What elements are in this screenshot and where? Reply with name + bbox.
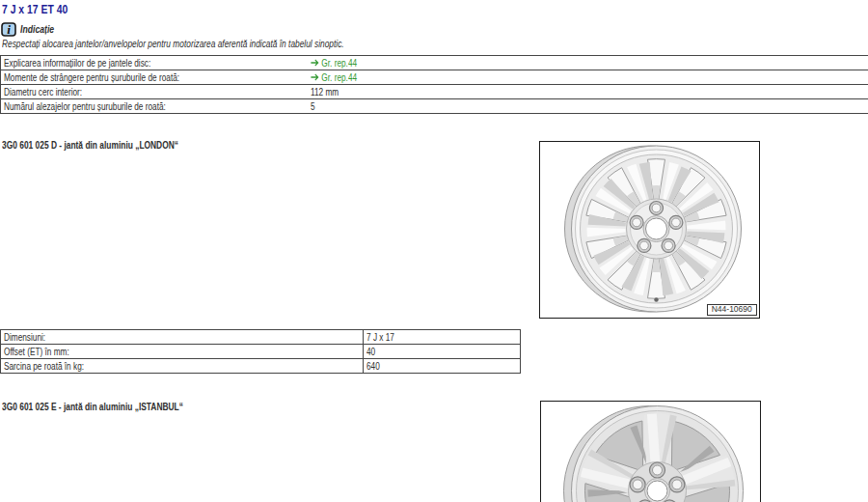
svg-text:i: i [7,22,11,37]
